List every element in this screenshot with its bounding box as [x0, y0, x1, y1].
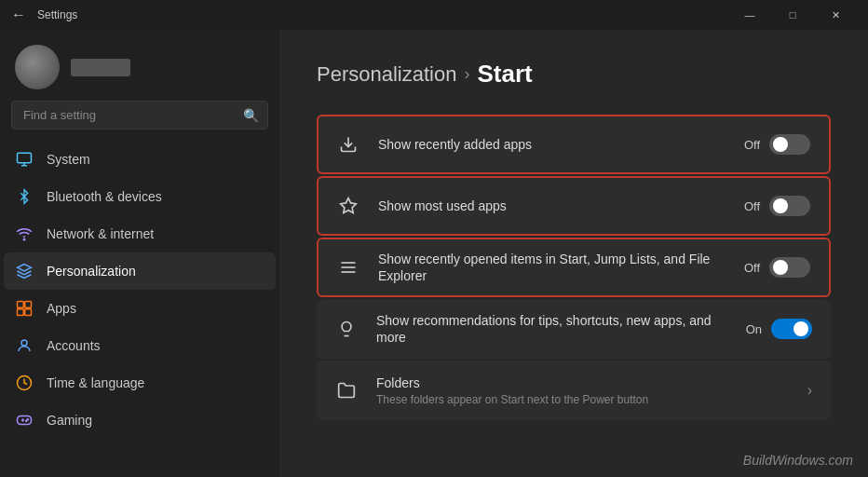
user-name: [71, 59, 130, 76]
recommendations-control: On: [746, 319, 812, 339]
avatar-image: [15, 45, 60, 89]
recently-added-status: Off: [744, 138, 760, 152]
apps-icon: [15, 299, 34, 318]
page-title: Start: [477, 60, 532, 89]
star-icon: [337, 195, 359, 217]
svg-rect-2: [18, 302, 24, 308]
sidebar: 🔍 System Bluetooth & devices Network & i…: [0, 30, 279, 477]
sidebar-item-time[interactable]: Time & language: [4, 364, 276, 402]
toggle-knob: [793, 321, 808, 336]
personalization-icon: [15, 262, 34, 280]
lightbulb-icon: [335, 318, 358, 340]
close-button[interactable]: ✕: [814, 0, 857, 30]
setting-most-used: Show most used apps Off: [317, 176, 831, 236]
setting-recently-added: Show recently added apps Off: [317, 115, 831, 174]
system-icon: [15, 150, 34, 169]
sidebar-item-bluetooth-label: Bluetooth & devices: [47, 189, 162, 204]
recently-opened-control: Off: [744, 257, 810, 278]
sidebar-item-system-label: System: [47, 152, 90, 167]
titlebar: ← Settings — □ ✕: [0, 0, 868, 30]
svg-point-6: [21, 340, 27, 346]
recommendations-status: On: [746, 322, 762, 336]
avatar: [15, 45, 60, 89]
svg-point-12: [26, 420, 27, 421]
settings-list: Show recently added apps Off Show most u…: [317, 115, 831, 420]
titlebar-left: ← Settings: [11, 7, 77, 23]
svg-rect-3: [25, 302, 32, 308]
most-used-status: Off: [744, 199, 760, 213]
recently-added-label: Show recently added apps: [378, 136, 726, 153]
svg-rect-4: [18, 309, 24, 316]
recently-added-control: Off: [744, 134, 810, 155]
sidebar-item-network[interactable]: Network & internet: [4, 215, 276, 252]
list-icon: [337, 256, 359, 279]
search-box: 🔍: [11, 101, 268, 129]
toggle-knob: [773, 137, 788, 152]
recommendations-toggle[interactable]: [771, 319, 812, 339]
sidebar-item-gaming-label: Gaming: [47, 413, 92, 428]
most-used-label: Show most used apps: [378, 198, 726, 214]
sidebar-item-accounts[interactable]: Accounts: [4, 327, 276, 364]
sidebar-item-time-label: Time & language: [47, 375, 144, 390]
network-icon: [15, 225, 34, 243]
gaming-icon: [15, 411, 34, 429]
svg-point-11: [27, 419, 28, 420]
toggle-knob: [773, 260, 788, 275]
svg-marker-14: [341, 198, 357, 213]
accounts-icon: [15, 336, 34, 355]
svg-rect-0: [18, 153, 32, 163]
main-content: Personalization › Start Show recently ad…: [279, 30, 868, 477]
recently-added-toggle[interactable]: [769, 134, 810, 155]
back-arrow[interactable]: ←: [11, 7, 26, 23]
folders-chevron-wrap: ›: [807, 382, 812, 399]
sidebar-item-gaming[interactable]: Gaming: [4, 402, 276, 439]
recommendations-label: Show recommendations for tips, shortcuts…: [376, 312, 727, 346]
time-icon: [15, 374, 34, 392]
minimize-button[interactable]: —: [728, 0, 771, 30]
sidebar-item-personalization[interactable]: Personalization: [4, 252, 276, 290]
most-used-toggle[interactable]: [769, 196, 810, 216]
setting-recommendations: Show recommendations for tips, shortcuts…: [317, 299, 831, 359]
watermark: BuildWindows.com: [743, 453, 853, 468]
search-input[interactable]: [11, 101, 268, 129]
sidebar-item-bluetooth[interactable]: Bluetooth & devices: [4, 178, 276, 215]
svg-rect-5: [25, 309, 32, 316]
setting-folders[interactable]: Folders These folders appear on Start ne…: [317, 361, 831, 420]
nav-list: System Bluetooth & devices Network & int…: [0, 141, 279, 439]
titlebar-title: Settings: [37, 8, 77, 21]
folders-sublabel: These folders appear on Start next to th…: [376, 393, 789, 406]
breadcrumb-chevron: ›: [464, 64, 469, 84]
sidebar-item-apps-label: Apps: [47, 301, 76, 316]
folders-chevron-icon: ›: [807, 382, 812, 399]
sidebar-item-network-label: Network & internet: [47, 226, 154, 241]
recently-opened-toggle[interactable]: [769, 257, 810, 278]
setting-recently-opened: Show recently opened items in Start, Jum…: [317, 238, 831, 297]
recently-opened-status: Off: [744, 261, 760, 275]
sidebar-item-system[interactable]: System: [4, 141, 276, 178]
maximize-button[interactable]: □: [771, 0, 814, 30]
page-header: Personalization › Start: [317, 60, 831, 89]
bluetooth-icon: [15, 187, 34, 206]
breadcrumb: Personalization: [317, 62, 456, 87]
toggle-knob: [773, 198, 788, 213]
sidebar-item-apps[interactable]: Apps: [4, 290, 276, 327]
titlebar-controls: — □ ✕: [728, 0, 857, 30]
folders-text: Folders These folders appear on Start ne…: [376, 375, 789, 406]
user-section: [0, 30, 279, 101]
user-info: [71, 59, 130, 76]
recently-opened-label: Show recently opened items in Start, Jum…: [378, 251, 726, 284]
search-icon: 🔍: [243, 108, 259, 123]
sidebar-item-accounts-label: Accounts: [47, 338, 101, 353]
most-used-control: Off: [744, 196, 810, 216]
app-body: 🔍 System Bluetooth & devices Network & i…: [0, 30, 868, 477]
download-icon: [337, 133, 359, 156]
folder-icon: [335, 379, 358, 402]
sidebar-item-personalization-label: Personalization: [47, 264, 136, 279]
svg-point-1: [23, 238, 25, 240]
